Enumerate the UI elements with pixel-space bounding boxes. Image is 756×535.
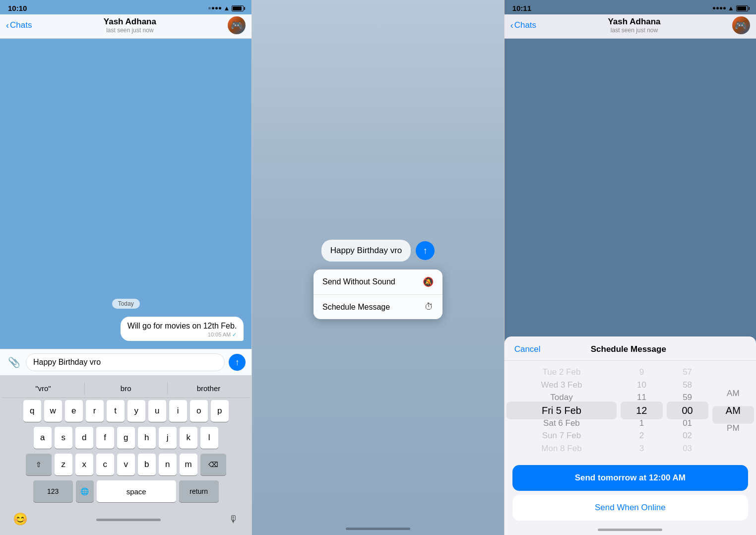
picker-hour-item[interactable]: 1 [619,417,664,430]
send-online-button[interactable]: Send When Online [512,495,748,521]
panel-2-send-icon: ↑ [423,246,428,256]
picker-min-item[interactable]: 57 [665,366,710,379]
key-p[interactable]: p [211,400,229,422]
avatar-3[interactable]: 🎮 [732,16,750,34]
picker-date-selected[interactable]: Fri 5 Feb [504,404,619,417]
autocomplete-brother[interactable]: brother [168,382,250,395]
context-label-2: Schedule Message [322,303,390,312]
key-return[interactable]: return [179,480,219,502]
key-w[interactable]: w [44,400,62,422]
key-b[interactable]: b [138,454,156,475]
key-e[interactable]: e [65,400,83,422]
picker-ampm-item[interactable]: AM [710,366,756,401]
key-h[interactable]: h [138,427,156,449]
key-a[interactable]: a [34,427,52,449]
key-i[interactable]: i [169,400,187,422]
picker-date-item[interactable]: Today [504,391,619,404]
send-button-1[interactable]: ↑ [229,354,246,371]
key-c[interactable]: c [96,454,114,475]
context-send-without-sound[interactable]: Send Without Sound 🔕 [314,269,442,295]
status-icons-3: ▲ [713,4,748,12]
key-v[interactable]: v [117,454,135,475]
picker-min-item[interactable]: 58 [665,379,710,392]
picker-min-item[interactable]: 01 [665,417,710,430]
key-l[interactable]: l [200,427,218,449]
emoji-button[interactable]: 😊 [6,507,35,531]
key-m[interactable]: m [180,454,197,475]
signal-dot-3 [716,7,719,9]
key-k[interactable]: k [180,427,197,449]
context-schedule-message[interactable]: Schedule Message ⏱ [314,295,442,319]
send-online-label: Send When Online [595,503,666,512]
key-q[interactable]: q [23,400,41,422]
picker-min-item[interactable]: 03 [665,442,710,455]
picker-min-item[interactable]: 02 [665,430,710,443]
key-backspace[interactable]: ⌫ [200,454,226,475]
home-indicator-3 [598,529,662,531]
picker-hour-item[interactable]: 3 [619,442,664,455]
signal-dot-3 [723,7,726,9]
key-o[interactable]: o [190,400,208,422]
key-z[interactable]: z [55,454,72,475]
signal-icon-3 [713,7,726,9]
key-globe[interactable]: 🌐 [76,480,94,502]
picker-date-item[interactable]: Sun 7 Feb [504,430,619,443]
cancel-button[interactable]: Cancel [514,344,541,354]
picker-date-column[interactable]: Tue 2 Feb Wed 3 Feb Today Fri 5 Feb Sat … [504,366,619,455]
picker-hour-item[interactable]: 9 [619,366,664,379]
sheet-title: Schedule Message [591,344,666,354]
send-tomorrow-button[interactable]: Send tomorrow at 12:00 AM [512,465,748,491]
picker-date-item[interactable]: Tue 2 Feb [504,366,619,379]
date-picker[interactable]: Tue 2 Feb Wed 3 Feb Today Fri 5 Feb Sat … [504,361,756,460]
message-text-1: Will go for movies on 12th Feb. [127,322,237,330]
date-badge-1: Today [112,299,140,309]
signal-dot [212,7,214,9]
message-input-1[interactable] [26,353,225,371]
key-f[interactable]: f [96,427,114,449]
back-label-1[interactable]: Chats [10,20,32,30]
attach-button[interactable]: 📎 [6,354,22,370]
key-s[interactable]: s [55,427,72,449]
key-space[interactable]: space [97,480,176,502]
key-u[interactable]: u [148,400,166,422]
picker-min-item[interactable]: 59 [665,391,710,404]
keyboard-row-3: ⇧ z x c v b n m ⌫ [2,454,250,475]
key-123[interactable]: 123 [33,480,73,502]
picker-hour-column[interactable]: 9 10 11 12 1 2 3 [619,366,664,455]
picker-ampm-item[interactable]: PM [710,419,756,437]
header-center-3: Yash Adhana last seen just now [540,17,728,34]
key-shift[interactable]: ⇧ [26,454,52,475]
picker-ampm-selected[interactable]: AM [710,401,756,419]
key-r[interactable]: r [86,400,104,422]
picker-hour-item[interactable]: 11 [619,391,664,404]
autocomplete-bro[interactable]: bro [85,382,168,395]
picker-min-selected[interactable]: 00 [665,404,710,417]
key-t[interactable]: t [107,400,125,422]
picker-date-item[interactable]: Wed 3 Feb [504,379,619,392]
picker-hour-item[interactable]: 10 [619,379,664,392]
back-button-3[interactable]: ‹ Chats [510,20,536,31]
wifi-icon: ▲ [223,4,230,12]
panel-2-send-button[interactable]: ↑ [416,241,435,260]
picker-date-item[interactable]: Sat 6 Feb [504,417,619,430]
back-label-3[interactable]: Chats [514,20,536,30]
picker-minute-column[interactable]: 57 58 59 00 01 02 03 [665,366,710,455]
picker-hour-item[interactable]: 2 [619,430,664,443]
picker-hour-selected[interactable]: 12 [619,404,664,417]
autocomplete-vro[interactable]: "vro" [2,382,85,395]
key-x[interactable]: x [75,454,93,475]
key-g[interactable]: g [117,427,135,449]
key-d[interactable]: d [75,427,93,449]
key-j[interactable]: j [159,427,177,449]
picker-date-item[interactable]: Mon 8 Feb [504,442,619,455]
date-label-1: Today [8,299,244,309]
back-button-1[interactable]: ‹ Chats [6,20,32,31]
signal-icon [208,7,221,9]
key-y[interactable]: y [127,400,145,422]
panel-2-bubble: Happy Birthday vro [321,240,411,262]
mic-button[interactable]: 🎙 [222,509,246,530]
key-n[interactable]: n [159,454,177,475]
wifi-icon-3: ▲ [728,4,734,12]
picker-ampm-column[interactable]: AM AM PM [710,366,756,455]
avatar-1[interactable]: 🎮 [228,16,246,34]
